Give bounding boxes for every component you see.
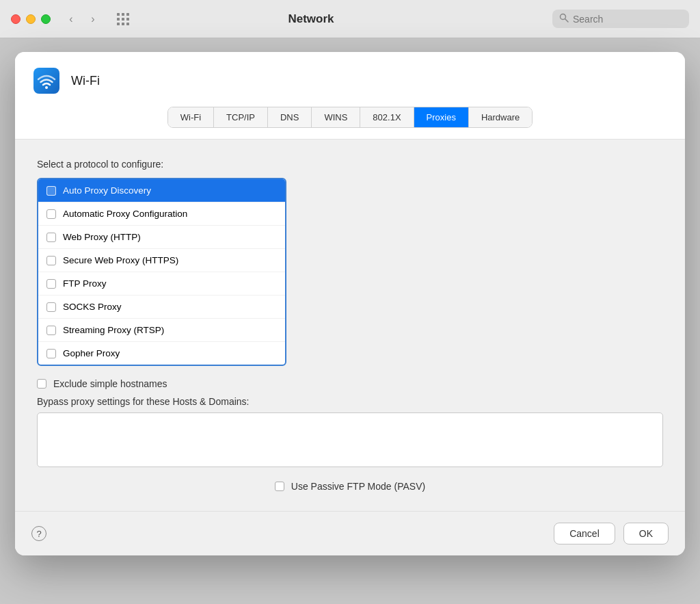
help-button[interactable]: ? [31, 526, 46, 541]
protocol-web-http[interactable]: Web Proxy (HTTP) [38, 226, 285, 249]
ok-button[interactable]: OK [623, 523, 669, 544]
protocol-label-auto-config: Automatic Proxy Configuration [63, 209, 187, 219]
maximize-button[interactable] [41, 14, 51, 24]
main-content: Wi-Fi Wi-Fi TCP/IP DNS WINS 802.1X Proxi… [0, 38, 700, 604]
svg-line-1 [565, 19, 569, 23]
protocol-label-socks: SOCKS Proxy [63, 302, 122, 312]
checkbox-gopher[interactable] [46, 349, 56, 358]
passive-ftp-label: Use Passive FTP Mode (PASV) [291, 481, 425, 492]
window-title: Network [138, 12, 484, 26]
back-button[interactable]: ‹ [62, 10, 81, 29]
protocol-label-ftp: FTP Proxy [63, 278, 107, 289]
search-input[interactable] [573, 14, 675, 25]
protocol-auto-proxy-discovery[interactable]: Auto Proxy Discovery [38, 179, 285, 202]
grid-icon[interactable] [113, 10, 133, 29]
minimize-button[interactable] [26, 14, 36, 24]
tab-tcpip[interactable]: TCP/IP [214, 107, 268, 127]
tab-wifi[interactable]: Wi-Fi [168, 107, 214, 127]
bypass-textarea[interactable] [37, 412, 663, 467]
bypass-label: Bypass proxy settings for these Hosts & … [37, 396, 663, 407]
svg-rect-2 [33, 68, 59, 94]
search-bar [552, 10, 689, 28]
exclude-hostnames-row: Exclude simple hostnames [37, 378, 663, 389]
proxies-content: Select a protocol to configure: Auto Pro… [15, 140, 685, 511]
checkbox-auto-config[interactable] [46, 209, 56, 219]
protocol-gopher[interactable]: Gopher Proxy [38, 342, 285, 365]
checkbox-passive-ftp[interactable] [275, 482, 284, 491]
tab-wins[interactable]: WINS [312, 107, 360, 127]
connection-name: Wi-Fi [71, 74, 100, 88]
close-button[interactable] [11, 14, 21, 24]
protocol-streaming-rtsp[interactable]: Streaming Proxy (RTSP) [38, 319, 285, 342]
wifi-header: Wi-Fi [15, 52, 685, 107]
wifi-icon [31, 66, 62, 96]
protocol-label-web-http: Web Proxy (HTTP) [63, 232, 141, 242]
cancel-button[interactable]: Cancel [554, 523, 615, 544]
nav-arrows: ‹ › [62, 10, 103, 29]
protocol-label-auto-proxy-discovery: Auto Proxy Discovery [63, 185, 151, 196]
checkbox-ftp[interactable] [46, 279, 56, 289]
tab-proxies[interactable]: Proxies [414, 107, 469, 127]
checkbox-socks[interactable] [46, 302, 56, 312]
dialog-footer: ? Cancel OK [15, 511, 685, 555]
forward-button[interactable]: › [83, 10, 103, 29]
tab-8021x[interactable]: 802.1X [360, 107, 414, 127]
tabs: Wi-Fi TCP/IP DNS WINS 802.1X Proxies Har… [167, 107, 533, 128]
protocol-socks[interactable]: SOCKS Proxy [38, 296, 285, 319]
search-icon [559, 13, 569, 25]
exclude-hostnames-label: Exclude simple hostnames [53, 378, 167, 389]
tab-hardware[interactable]: Hardware [469, 107, 532, 127]
protocol-secure-https[interactable]: Secure Web Proxy (HTTPS) [38, 249, 285, 272]
checkbox-web-http[interactable] [46, 233, 56, 242]
protocol-label-gopher: Gopher Proxy [63, 348, 120, 358]
traffic-lights [11, 14, 51, 24]
checkbox-exclude-hostnames[interactable] [37, 379, 46, 389]
protocol-ftp[interactable]: FTP Proxy [38, 272, 285, 296]
protocol-label-streaming-rtsp: Streaming Proxy (RTSP) [63, 325, 164, 335]
passive-ftp-row: Use Passive FTP Mode (PASV) [37, 481, 663, 492]
title-bar: ‹ › Network [0, 0, 700, 38]
checkbox-secure-https[interactable] [46, 256, 56, 265]
checkbox-streaming-rtsp[interactable] [46, 326, 56, 335]
tab-dns[interactable]: DNS [268, 107, 312, 127]
protocol-auto-config[interactable]: Automatic Proxy Configuration [38, 202, 285, 226]
footer-buttons: Cancel OK [554, 523, 669, 544]
protocol-list: Auto Proxy Discovery Automatic Proxy Con… [37, 178, 286, 366]
checkbox-auto-proxy-discovery[interactable] [46, 186, 56, 196]
network-dialog: Wi-Fi Wi-Fi TCP/IP DNS WINS 802.1X Proxi… [15, 52, 685, 555]
section-label: Select a protocol to configure: [37, 159, 663, 170]
svg-point-3 [45, 86, 48, 89]
protocol-label-secure-https: Secure Web Proxy (HTTPS) [63, 255, 178, 265]
tabs-container: Wi-Fi TCP/IP DNS WINS 802.1X Proxies Har… [15, 107, 685, 140]
